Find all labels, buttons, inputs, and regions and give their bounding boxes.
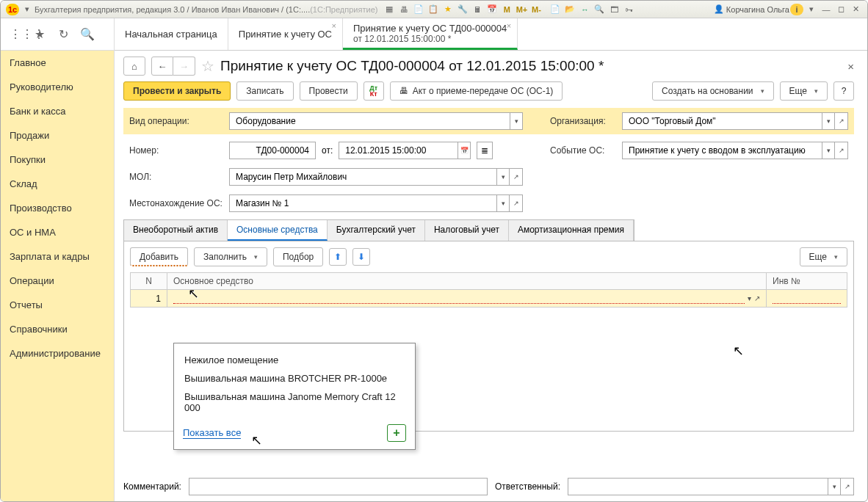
dtkt-button[interactable]: ДтКт bbox=[364, 81, 384, 101]
suggest-item[interactable]: Нежилое помещение bbox=[183, 351, 406, 369]
open-ref-icon[interactable]: ↗ bbox=[841, 478, 854, 495]
close-window-icon[interactable]: ✕ bbox=[849, 4, 862, 15]
sidebar-item[interactable]: Отчеты bbox=[1, 293, 114, 317]
fill-button[interactable]: Заполнить bbox=[194, 247, 267, 266]
sidebar-item[interactable]: Покупки bbox=[1, 148, 114, 172]
loc-select[interactable] bbox=[234, 197, 492, 209]
tb-calendar-icon[interactable]: 📅 bbox=[485, 4, 499, 15]
table-row[interactable]: 1 ▾ ↗ bbox=[131, 290, 847, 308]
date-input[interactable] bbox=[344, 145, 453, 156]
add-row-button[interactable]: Добавить bbox=[130, 247, 188, 266]
dropdown-icon[interactable]: ▾ bbox=[828, 478, 841, 495]
mol-select[interactable] bbox=[234, 171, 492, 183]
cell-open-ref-icon[interactable]: ↗ bbox=[754, 294, 760, 302]
history-icon[interactable]: ↻ bbox=[57, 27, 70, 41]
cell-os[interactable]: ▾ ↗ bbox=[167, 290, 767, 308]
tb-search-icon[interactable]: 🔍 bbox=[593, 4, 606, 15]
tab-doc-active[interactable]: Принятие к учету ОС ТД00-000004 от 12.01… bbox=[343, 18, 518, 50]
move-down-icon[interactable]: ⬇ bbox=[352, 248, 370, 266]
tb-mminus-icon[interactable]: M- bbox=[529, 4, 543, 15]
event-select[interactable] bbox=[627, 145, 817, 156]
nav-forward-button[interactable]: → bbox=[173, 57, 195, 76]
tb-mplus-icon[interactable]: M+ bbox=[515, 4, 528, 15]
save-button[interactable]: Записать bbox=[236, 81, 293, 101]
pick-button[interactable]: Подбор bbox=[273, 247, 323, 266]
tb-key-icon[interactable]: 🗝 bbox=[622, 4, 635, 15]
cell-dropdown-icon[interactable]: ▾ bbox=[748, 294, 751, 302]
tb-grid-icon[interactable]: 🗔 bbox=[607, 4, 621, 15]
tab-close-icon[interactable]: × bbox=[507, 21, 511, 30]
calendar-icon[interactable]: 📅 bbox=[457, 142, 471, 159]
tab-home[interactable]: Начальная страница bbox=[115, 18, 228, 50]
sidebar-item[interactable]: ОС и НМА bbox=[1, 220, 114, 244]
dropdown-icon[interactable]: ▾ bbox=[510, 112, 523, 130]
open-ref-icon[interactable]: ↗ bbox=[835, 112, 848, 130]
op-type-select[interactable] bbox=[234, 115, 505, 127]
open-ref-icon[interactable]: ↗ bbox=[835, 142, 848, 159]
apps-icon[interactable]: ⋮⋮⋮ bbox=[10, 27, 23, 41]
more-button[interactable]: Еще bbox=[780, 81, 828, 101]
tb-new-icon[interactable]: 📄 bbox=[549, 4, 562, 15]
tab-close-icon[interactable]: × bbox=[332, 21, 336, 30]
favorite-icon[interactable]: ★ bbox=[33, 27, 46, 41]
tb-m-icon[interactable]: M bbox=[500, 4, 513, 15]
open-ref-icon[interactable]: ↗ bbox=[510, 194, 523, 212]
sidebar-item[interactable]: Справочники bbox=[1, 317, 114, 341]
info-icon[interactable]: i bbox=[790, 4, 803, 15]
responsible-select[interactable] bbox=[573, 481, 823, 492]
inner-tab-active[interactable]: Основные средства bbox=[228, 220, 328, 241]
tb-doc-icon[interactable]: 📄 bbox=[412, 4, 425, 15]
dropdown-icon[interactable]: ▾ bbox=[21, 4, 34, 15]
sidebar-item[interactable]: Банк и касса bbox=[1, 99, 114, 123]
search-icon[interactable]: 🔍 bbox=[80, 27, 93, 41]
favorite-toggle-icon[interactable]: ☆ bbox=[201, 57, 214, 75]
page-close-icon[interactable]: × bbox=[847, 60, 854, 73]
suggest-item[interactable]: Вышивальная машина BROTCHER PR-1000e bbox=[183, 369, 406, 388]
sidebar-item[interactable]: Операции bbox=[1, 269, 114, 293]
tb-tool-icon[interactable]: 🔧 bbox=[456, 4, 469, 15]
print-act-button[interactable]: 🖶Акт о приеме-передаче ОС (ОС-1) bbox=[390, 81, 563, 101]
tb-print-icon[interactable]: 🖶 bbox=[397, 4, 411, 15]
tab-doc[interactable]: Принятие к учету ОС × bbox=[228, 18, 343, 50]
org-select[interactable] bbox=[627, 115, 817, 127]
comment-input[interactable] bbox=[194, 481, 482, 492]
sidebar-item[interactable]: Главное bbox=[1, 51, 114, 75]
add-new-icon[interactable]: + bbox=[387, 424, 406, 442]
minimize-icon[interactable]: — bbox=[820, 4, 833, 15]
help-button[interactable]: ? bbox=[833, 81, 854, 101]
tb-calc-icon[interactable]: 🖩 bbox=[471, 4, 484, 15]
number-input[interactable] bbox=[234, 145, 311, 156]
suggest-item[interactable]: Вышивальная машина Janome Memory Craft 1… bbox=[183, 388, 406, 417]
create-based-button[interactable]: Создать на основании bbox=[652, 81, 774, 101]
tb-open-icon[interactable]: 📂 bbox=[563, 4, 576, 15]
sidebar-item[interactable]: Зарплата и кадры bbox=[1, 244, 114, 269]
move-up-icon[interactable]: ⬆ bbox=[329, 248, 347, 266]
tb-arrow-icon[interactable]: ↔ bbox=[578, 4, 591, 15]
sidebar-item[interactable]: Администрирование bbox=[1, 341, 114, 365]
tb-copy-icon[interactable]: 📋 bbox=[427, 4, 440, 15]
tb-icon[interactable]: ▦ bbox=[383, 4, 396, 15]
post-and-close-button[interactable]: Провести и закрыть bbox=[123, 81, 231, 101]
maximize-icon[interactable]: ◻ bbox=[834, 4, 847, 15]
sidebar-item[interactable]: Продажи bbox=[1, 123, 114, 148]
home-button[interactable]: ⌂ bbox=[123, 57, 145, 76]
sidebar-item[interactable]: Склад bbox=[1, 172, 114, 196]
inner-tab[interactable]: Бухгалтерский учет bbox=[328, 220, 425, 241]
dropdown-icon[interactable]: ▾ bbox=[822, 142, 835, 159]
inner-tab[interactable]: Амортизационная премия bbox=[509, 220, 634, 241]
dropdown-icon[interactable]: ▾ bbox=[822, 112, 835, 130]
open-ref-icon[interactable]: ↗ bbox=[510, 168, 523, 186]
dropdown-icon[interactable]: ▾ bbox=[496, 194, 510, 212]
dropdown-small-icon[interactable]: ▾ bbox=[805, 4, 818, 15]
sidebar-item[interactable]: Руководителю bbox=[1, 75, 114, 99]
show-all-link[interactable]: Показать все bbox=[183, 427, 241, 439]
sidebar-item[interactable]: Производство bbox=[1, 196, 114, 220]
inner-tab[interactable]: Внеоборотный актив bbox=[124, 220, 228, 241]
dropdown-icon[interactable]: ▾ bbox=[496, 168, 510, 186]
lines-icon[interactable]: ≣ bbox=[477, 142, 493, 159]
tb-star-icon[interactable]: ★ bbox=[441, 4, 455, 15]
nav-back-button[interactable]: ← bbox=[151, 57, 173, 76]
post-button[interactable]: Провести bbox=[300, 81, 358, 101]
cell-inv[interactable] bbox=[767, 290, 847, 308]
panel-more-button[interactable]: Еще bbox=[800, 247, 847, 266]
